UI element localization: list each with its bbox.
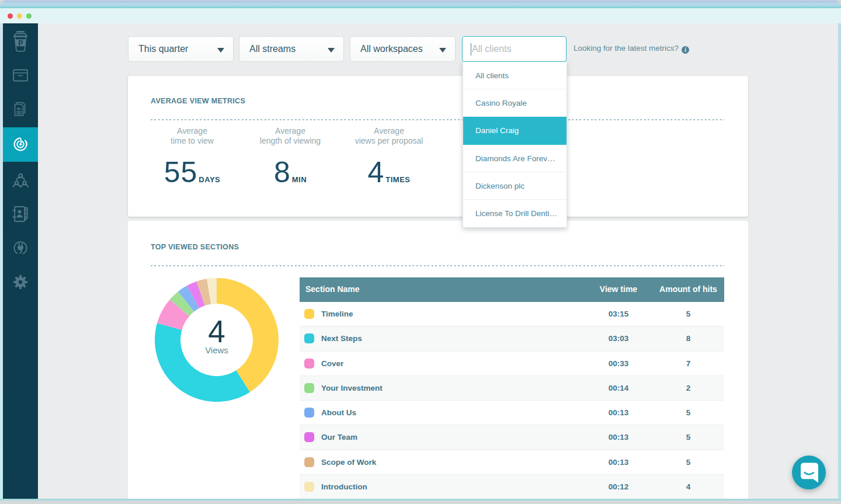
svg-text:P: P <box>18 39 23 47</box>
